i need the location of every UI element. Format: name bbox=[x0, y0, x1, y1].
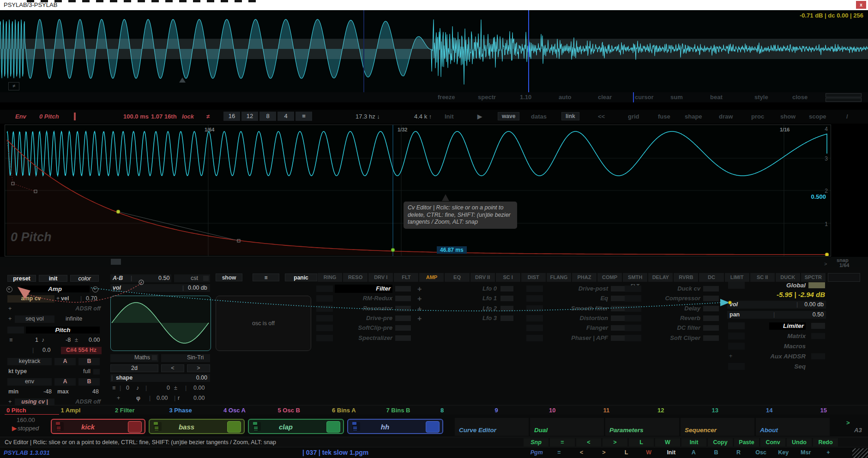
fx-toggle-softclip-pre[interactable] bbox=[316, 325, 333, 331]
status-button-conv[interactable]: Conv bbox=[760, 438, 785, 446]
fx-label-softclip-pre[interactable]: SoftClip-pre bbox=[335, 324, 392, 331]
fx-label-filter[interactable]: Filter bbox=[335, 285, 392, 293]
fx-chain-spctr[interactable]: SPCTR bbox=[801, 273, 826, 282]
pad-hh[interactable]: hh bbox=[347, 419, 443, 434]
amp-cv-button[interactable]: amp cv bbox=[7, 295, 54, 303]
fx-toggle-eq[interactable] bbox=[526, 295, 543, 302]
fx-chain-dc[interactable]: DC bbox=[699, 273, 723, 282]
wave-toolbar-spectr[interactable]: spectr bbox=[478, 94, 496, 101]
wave-toolbar-clear[interactable]: clear bbox=[598, 94, 612, 101]
fx-chain-delay[interactable]: DELAY bbox=[648, 273, 673, 282]
fx-chain-extra-box[interactable] bbox=[828, 273, 860, 282]
fx-label-drive-pre[interactable]: Drive-pre bbox=[335, 315, 392, 321]
fx-label-reverb[interactable]: Reverb bbox=[643, 315, 700, 321]
wave-toolbar-sum[interactable]: sum bbox=[670, 94, 683, 101]
fx-value-drive-post[interactable] bbox=[611, 286, 627, 291]
fx-label-compressor[interactable]: Compressor bbox=[643, 295, 700, 302]
env-toolbar-fuse[interactable]: fuse bbox=[658, 113, 670, 120]
env-toolbar-init[interactable]: Init bbox=[445, 113, 454, 120]
aux-add-button[interactable]: + bbox=[729, 353, 732, 359]
wave-toolbar-cursor[interactable]: cursor bbox=[635, 94, 653, 101]
bottom-button-key[interactable]: Key bbox=[772, 448, 795, 457]
fx-value-spectralizer[interactable] bbox=[395, 335, 411, 341]
vel-plus[interactable]: + bbox=[56, 295, 60, 302]
env-toolbar-show[interactable]: show bbox=[780, 113, 796, 120]
fx-chain-sc-ii[interactable]: SC II bbox=[750, 273, 775, 282]
status-button-undo[interactable]: Undo bbox=[787, 438, 812, 446]
fx-toggle-distortion[interactable] bbox=[526, 315, 543, 321]
fx-label-eq[interactable]: Eq bbox=[545, 295, 608, 302]
fx-toggle-spectralizer[interactable] bbox=[316, 335, 333, 341]
lfo-value-lfo-2[interactable] bbox=[500, 306, 513, 311]
fx-toggle-rm-redux[interactable] bbox=[316, 295, 333, 302]
fx-label-spectralizer[interactable]: Spectralizer bbox=[335, 334, 392, 341]
fx-label-drive-post[interactable]: Drive-post bbox=[545, 285, 608, 292]
fx-chain-drv-i[interactable]: DRV I bbox=[368, 273, 393, 282]
vel-label[interactable]: vel bbox=[61, 295, 69, 302]
env-beats-value[interactable]: 1.07 16th bbox=[151, 113, 177, 120]
color-button[interactable]: color bbox=[70, 275, 99, 282]
fx-label-phaser-apf[interactable]: Phaser | APF bbox=[545, 334, 608, 341]
fx-value-flanger[interactable] bbox=[611, 325, 627, 331]
fx-chain-ring[interactable]: RING bbox=[318, 273, 342, 282]
wave-toolbar-style[interactable]: style bbox=[754, 94, 768, 101]
cursor-point[interactable] bbox=[391, 248, 395, 252]
section-parameters[interactable]: Parameters bbox=[605, 418, 679, 436]
global-pan-label[interactable]: pan bbox=[729, 311, 740, 318]
fx-toggle-flanger[interactable] bbox=[526, 325, 543, 331]
env-toolbar-scope[interactable]: scope bbox=[809, 113, 826, 120]
pad-clap[interactable]: clap bbox=[248, 419, 344, 434]
fx-label-distortion[interactable]: Distortion bbox=[545, 315, 608, 321]
resize-handle[interactable] bbox=[852, 448, 868, 458]
init-button[interactable]: init bbox=[39, 275, 67, 282]
env-toolbar-shape[interactable]: shape bbox=[685, 113, 702, 120]
osc-a-waveform-display[interactable] bbox=[110, 296, 211, 351]
lfo-label-lfo-3[interactable]: Lfo 3 bbox=[434, 315, 497, 321]
env-div-menu[interactable]: ≡ bbox=[295, 112, 312, 121]
fx-value-rm-redux[interactable] bbox=[395, 296, 411, 301]
prev-button[interactable]: < bbox=[161, 364, 184, 372]
env-div-4[interactable]: 4 bbox=[277, 112, 294, 121]
fx-value-soft-cliper[interactable] bbox=[703, 335, 719, 341]
keytrack-b-button[interactable]: B bbox=[78, 358, 100, 365]
pitch-toggle-box[interactable] bbox=[7, 327, 24, 333]
pitch-note-value[interactable]: C#4 554 Hz bbox=[61, 347, 102, 354]
panic-button[interactable]: panic bbox=[285, 274, 317, 281]
shape-label[interactable]: shape bbox=[116, 375, 133, 381]
seq-vol-button[interactable]: seq vol bbox=[15, 315, 54, 323]
mode-2d-button[interactable]: 2d bbox=[110, 364, 158, 372]
shape-value[interactable]: 0.00 bbox=[196, 375, 207, 381]
fx-toggle-delay[interactable] bbox=[625, 305, 641, 312]
tab-1-ampl[interactable]: 1 Ampl bbox=[54, 405, 109, 415]
program-name[interactable]: | 037 | tek slow 1.pgm bbox=[302, 449, 368, 456]
status-button-paste[interactable]: Paste bbox=[734, 438, 759, 446]
cv-envelope-editor[interactable]: 1/64 1/32 1/16 4 3 2 1 0.500 46.87 ms 0 … bbox=[5, 125, 831, 256]
fx-toggle-reverb[interactable] bbox=[625, 315, 641, 321]
fx-value-smooth-filter[interactable] bbox=[611, 306, 627, 311]
lfo-add-button[interactable]: + bbox=[417, 305, 422, 313]
fx-value-drive-pre[interactable] bbox=[395, 315, 411, 321]
fx-label-delay[interactable]: Delay bbox=[643, 305, 700, 312]
osc-b-display[interactable]: osc is off bbox=[216, 296, 311, 351]
seq-toggle-box[interactable] bbox=[728, 363, 745, 370]
status-button-[interactable]: < bbox=[576, 438, 601, 446]
tab-6-bins-a[interactable]: 6 Bins A bbox=[326, 405, 380, 415]
fx-value-filter[interactable] bbox=[395, 286, 411, 291]
pitch-v1[interactable]: 1 bbox=[35, 337, 38, 343]
kt-type-value[interactable]: full bbox=[83, 368, 90, 375]
seq-row[interactable]: Seq bbox=[794, 363, 806, 370]
envelope-end-point[interactable] bbox=[825, 253, 829, 256]
fx-value-distortion[interactable] bbox=[611, 315, 627, 321]
show-button[interactable]: show bbox=[216, 274, 242, 281]
osc-v2[interactable]: 0 bbox=[167, 385, 170, 391]
fx-toggle-filter[interactable] bbox=[316, 286, 333, 292]
keytrack-a-button[interactable]: A bbox=[54, 358, 76, 365]
osc-r-label[interactable]: r bbox=[178, 395, 180, 401]
wave-position-marker[interactable] bbox=[179, 77, 186, 83]
tab-2-filter[interactable]: 2 Filter bbox=[108, 405, 163, 415]
lfo-value-lfo-0[interactable] bbox=[500, 286, 513, 291]
fx-label-flanger[interactable]: Flanger bbox=[545, 324, 608, 331]
lfo-value-lfo-3[interactable] bbox=[500, 315, 513, 321]
fx-toggle-resonator[interactable] bbox=[316, 305, 333, 312]
pad-slot-block[interactable] bbox=[326, 421, 340, 433]
